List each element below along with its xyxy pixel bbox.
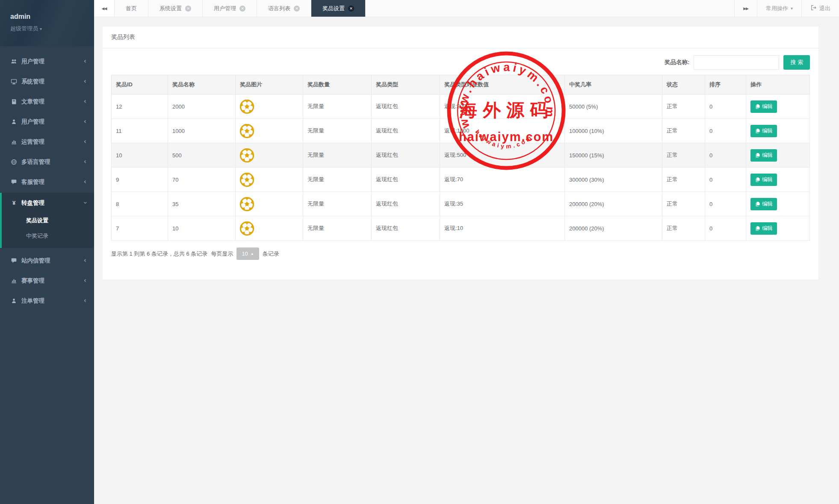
cell-prize-image [236,94,303,119]
cell-prize-id: 11 [112,119,168,143]
table-row: 11 1000 [112,119,810,143]
desktop-icon [10,79,18,85]
users-icon [10,59,18,65]
col-header-prize-type: 奖品类型 [372,75,440,94]
cell-actions: 编辑 [746,192,810,216]
comment-icon [10,258,18,264]
sidebar-item-customer-service[interactable]: 客服管理 ‹ [0,172,94,192]
football-icon [240,100,298,114]
cell-sort: 0 [705,119,746,143]
cell-probability: 50000 (5%) [565,94,662,119]
cell-status: 正常 [662,216,705,241]
football-icon [240,124,298,138]
tab-user-management[interactable]: 用户管理 ✕ [203,0,257,17]
cell-type-value: 返现:70 [440,168,565,192]
close-tab-icon[interactable]: ✕ [185,6,191,12]
logout-button[interactable]: 退出 [801,0,839,17]
sidebar-item-wheel-management[interactable]: ¥ 转盘管理 ‹ [2,193,94,213]
football-icon [240,197,298,211]
tabs: 首页 系统设置 ✕ 用户管理 ✕ 语言列表 ✕ 奖品设置 ✕ [115,0,366,17]
chevron-down-icon: ‹ [82,201,88,204]
sidebar-item-bet-order-management[interactable]: 注单管理 ‹ [0,291,94,311]
cell-prize-type: 返现红包 [372,119,440,143]
table-row: 8 35 [112,192,810,216]
sidebar-item-language-management[interactable]: 多语言管理 ‹ [0,152,94,172]
cell-status: 正常 [662,143,705,168]
tab-system-settings[interactable]: 系统设置 ✕ [148,0,203,17]
profile-username: admin [10,13,94,21]
edit-button[interactable]: 编辑 [750,149,777,162]
sidebar-item-prize-settings[interactable]: 奖品设置 [2,213,94,228]
main-area: ◀◀ 首页 系统设置 ✕ 用户管理 ✕ 语言列表 ✕ 奖品设置 ✕ [94,0,839,504]
copy-edit-icon [755,226,760,231]
page-size-dropdown[interactable]: 10 ▲ [236,248,259,260]
sidebar-item-user-management[interactable]: 用户管理 ‹ [0,51,94,71]
chevron-left-icon: ‹ [84,58,86,65]
cell-prize-name: 1000 [168,119,236,143]
sidebar-item-site-message-management[interactable]: 站内信管理 ‹ [0,251,94,271]
caret-up-icon: ▲ [251,252,254,256]
sidebar-item-article-management[interactable]: 文章管理 ‹ [0,91,94,112]
cell-prize-image [236,192,303,216]
cell-actions: 编辑 [746,119,810,143]
profile-role-dropdown[interactable]: 超级管理员▾ [10,25,94,32]
table-row: 9 70 [112,168,810,192]
tab-prize-settings[interactable]: 奖品设置 ✕ [311,0,366,17]
chevron-left-icon: ‹ [84,159,86,165]
cell-sort: 0 [705,192,746,216]
sign-out-icon [810,5,817,12]
pagination-summary: 显示第 1 到第 6 条记录，总共 6 条记录 [111,250,207,258]
cell-status: 正常 [662,192,705,216]
yen-icon: ¥ [10,200,18,206]
sidebar-item-match-management[interactable]: 赛事管理 ‹ [0,271,94,291]
copy-edit-icon [755,177,760,183]
cell-prize-name: 500 [168,143,236,168]
sidebar-item-win-records[interactable]: 中奖记录 [2,228,94,244]
quick-operations-dropdown[interactable]: 常用操作▾ [757,0,801,17]
cell-actions: 编辑 [746,216,810,241]
edit-button[interactable]: 编辑 [750,174,777,186]
close-tab-icon[interactable]: ✕ [239,6,245,12]
edit-button[interactable]: 编辑 [750,100,777,113]
cell-type-value: 返现:10 [440,216,565,241]
table-row: 12 2000 [112,94,810,119]
book-icon [10,99,18,105]
double-chevron-left-icon: ◀◀ [102,6,107,11]
tab-home[interactable]: 首页 [115,0,148,17]
cell-type-value: 返现:1000 [440,119,565,143]
col-header-sort: 排序 [705,75,746,94]
search-button[interactable]: 搜 索 [783,55,810,70]
football-icon [240,148,298,162]
cell-prize-name: 10 [168,216,236,241]
cell-prize-name: 70 [168,168,236,192]
col-header-actions: 操作 [746,75,810,94]
sidebar: admin 超级管理员▾ 用户管理 ‹ 系统管理 ‹ 文章管理 ‹ [0,0,94,504]
edit-button[interactable]: 编辑 [750,222,777,235]
close-tab-icon[interactable]: ✕ [294,6,300,12]
edit-button[interactable]: 编辑 [750,125,777,137]
cell-type-value: 返现:35 [440,192,565,216]
cell-type-value: 返现:500 [440,143,565,168]
prize-name-input[interactable] [694,55,779,70]
cell-prize-id: 8 [112,192,168,216]
cell-prize-image [236,168,303,192]
prize-list-panel: 奖品列表 奖品名称: 搜 索 奖品ID 奖品名称 奖品图片 奖品数量 [103,27,818,280]
cell-prize-quantity: 无限量 [303,216,372,241]
cell-prize-id: 7 [112,216,168,241]
sidebar-item-system-management[interactable]: 系统管理 ‹ [0,71,94,91]
sidebar-item-operation-management[interactable]: 运营管理 ‹ [0,132,94,152]
cell-actions: 编辑 [746,168,810,192]
sidebar-item-user-management-2[interactable]: 用户管理 ‹ [0,112,94,132]
tabs-scroll-left-button[interactable]: ◀◀ [94,0,115,17]
edit-button[interactable]: 编辑 [750,198,777,210]
tab-language-list[interactable]: 语言列表 ✕ [257,0,311,17]
cell-prize-id: 10 [112,143,168,168]
profile-role-label: 超级管理员 [10,25,38,32]
tab-bar-right: ▶▶ 常用操作▾ 退出 [734,0,839,17]
user-icon [10,298,18,304]
close-tab-icon[interactable]: ✕ [348,6,354,12]
tabs-scroll-right-button[interactable]: ▶▶ [734,0,757,17]
copy-edit-icon [755,153,760,158]
cell-prize-name: 35 [168,192,236,216]
cell-prize-type: 返现红包 [372,94,440,119]
